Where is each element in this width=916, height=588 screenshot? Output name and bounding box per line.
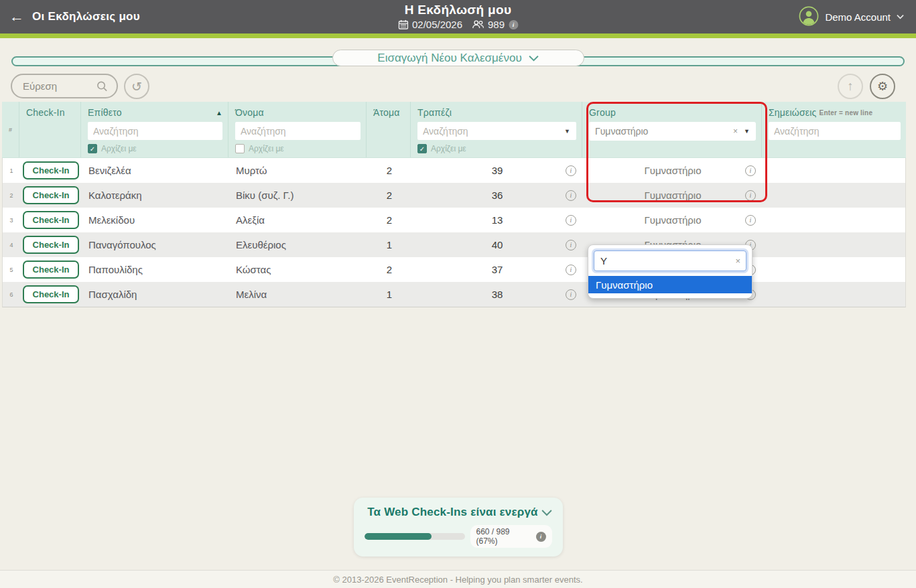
persons-cell: 1 [367, 282, 411, 307]
checkin-button[interactable]: Check-In [23, 161, 80, 179]
search-icon [96, 80, 108, 92]
col-notes[interactable]: ΣημειώσειςEnter = new line [762, 102, 906, 157]
table-row: 4 Check-In Παναγόπουλος Ελευθέριος 1 40i… [3, 232, 905, 257]
notes-cell [763, 257, 905, 282]
row-number: 4 [3, 232, 20, 257]
my-events-nav[interactable]: ← Οι Εκδηλώσεις μου [0, 9, 140, 24]
table-no-cell: 36 [492, 190, 503, 201]
table-info-icon[interactable]: i [566, 265, 576, 275]
toolbar: Εισαγωγή Νέου Καλεσμένου ↺ ↑ ⚙ [0, 38, 916, 102]
account-menu[interactable]: Demo Account [799, 6, 916, 28]
table-no-cell: 40 [492, 239, 503, 250]
settings-button[interactable]: ⚙ [870, 74, 895, 99]
event-title: Η Εκδήλωσή μου [398, 3, 518, 17]
last-name-cell: Παπουλίδης [82, 257, 229, 282]
table-info-icon[interactable]: i [566, 165, 576, 176]
people-icon [472, 19, 484, 29]
notes-cell [763, 208, 905, 232]
col-last-name[interactable]: Επίθετο▲ ✓ Αρχίζει με [81, 102, 228, 157]
checkin-button[interactable]: Check-In [23, 285, 80, 303]
table-starts-with-checkbox[interactable]: ✓ [417, 144, 427, 153]
lime-strip [0, 33, 916, 38]
group-filter-dropdown: × Γυμναστήριο [588, 244, 753, 299]
table-no-cell: 37 [492, 264, 503, 275]
table-no-cell: 38 [492, 289, 503, 300]
checkin-button[interactable]: Check-In [23, 236, 80, 254]
my-events-label: Οι Εκδηλώσεις μου [32, 10, 140, 23]
clear-icon[interactable]: × [735, 256, 740, 266]
group-cell: Γυμναστήριο [644, 165, 701, 176]
notes-cell [763, 183, 905, 208]
first-name-cell: Βίκυ (συζ. Γ.) [229, 183, 367, 208]
first-name-cell: Μυρτώ [229, 158, 367, 183]
last-name-cell: Παναγόπουλος [82, 232, 229, 257]
content-spacer: Τα Web Check-Ins είναι ενεργά 660 / 989 … [0, 307, 916, 570]
last-name-cell: Μελεκίδου [82, 208, 229, 232]
table-info-icon[interactable]: i [566, 215, 576, 226]
row-number: 2 [3, 183, 20, 208]
table-info-icon[interactable]: i [566, 190, 576, 201]
chevron-down-icon[interactable] [541, 509, 552, 516]
table-no-cell: 13 [492, 214, 503, 226]
progress-info-icon[interactable]: i [536, 532, 546, 542]
row-number: 5 [3, 257, 20, 282]
notes-filter-input[interactable] [769, 122, 901, 140]
chevron-down-icon [897, 14, 904, 19]
checkin-button[interactable]: Check-In [23, 211, 80, 229]
gear-icon: ⚙ [877, 79, 888, 94]
chevron-down-icon [529, 55, 539, 62]
global-search-input[interactable] [23, 80, 96, 92]
col-table[interactable]: Τραπέζι ▼ ✓ Αρχίζει με [411, 102, 582, 157]
clear-icon[interactable]: × [733, 127, 738, 136]
first-name-filter-input[interactable] [235, 122, 361, 140]
table-no-cell: 39 [492, 165, 503, 176]
insert-guest-button[interactable]: Εισαγωγή Νέου Καλεσμένου [332, 50, 584, 66]
last-name-filter-input[interactable] [88, 122, 222, 140]
table-row: 6 Check-In Πασχαλίδη Μελίνα 1 38i Γυμνασ… [3, 282, 905, 307]
refresh-button[interactable]: ↺ [124, 74, 149, 99]
group-cell: Γυμναστήριο [644, 190, 701, 201]
table-info-icon[interactable]: i [566, 240, 576, 250]
global-search[interactable] [11, 74, 118, 98]
table-header-row: # Check-In Επίθετο▲ ✓ Αρχίζει με Όνομα Α… [2, 102, 906, 158]
persons-cell: 2 [367, 183, 411, 208]
group-info-icon[interactable]: i [745, 190, 756, 201]
last-name-starts-with-checkbox[interactable]: ✓ [88, 144, 97, 153]
group-info-icon[interactable]: i [745, 215, 756, 226]
table-row: 2 Check-In Καλοτεράκη Βίκυ (συζ. Γ.) 2 3… [3, 183, 905, 208]
group-filter-search-input[interactable] [594, 250, 746, 271]
group-filter-select[interactable]: Γυμναστήριο × ▼ [589, 122, 756, 141]
event-date: 02/05/2026 [412, 19, 462, 30]
web-checkins-card: Τα Web Check-Ins είναι ενεργά 660 / 989 … [354, 498, 563, 557]
checkins-progress-pill: 660 / 989 (67%) i [470, 525, 552, 548]
checkins-progress-fill [365, 533, 432, 540]
row-number: 1 [3, 158, 20, 183]
col-first-name[interactable]: Όνομα Αρχίζει με [228, 102, 367, 157]
persons-cell: 1 [367, 232, 411, 257]
first-name-cell: Κώστας [229, 257, 367, 282]
avatar-icon [799, 6, 819, 28]
group-option-highlighted[interactable]: Γυμναστήριο [588, 276, 752, 293]
guest-count-info-icon[interactable]: i [509, 20, 518, 29]
scroll-top-button[interactable]: ↑ [838, 74, 863, 99]
group-info-icon[interactable]: i [745, 165, 756, 176]
col-index: # [2, 102, 19, 157]
up-arrow-icon: ↑ [847, 79, 854, 94]
web-checkins-title: Τα Web Check-Ins είναι ενεργά [365, 506, 541, 519]
back-arrow-icon[interactable]: ← [9, 9, 24, 24]
table-filter-input[interactable] [417, 122, 576, 140]
col-persons[interactable]: Άτομα [367, 102, 411, 157]
account-name: Demo Account [825, 11, 891, 23]
last-name-cell: Πασχαλίδη [82, 282, 229, 307]
checkin-button[interactable]: Check-In [23, 186, 80, 204]
checkin-button[interactable]: Check-In [23, 261, 80, 279]
col-group[interactable]: Group Γυμναστήριο × ▼ [582, 102, 762, 157]
table-info-icon[interactable]: i [566, 289, 576, 300]
refresh-icon: ↺ [131, 79, 142, 94]
row-number: 6 [3, 282, 20, 307]
row-number: 3 [3, 208, 20, 232]
calendar-icon [398, 19, 408, 29]
first-name-starts-with-checkbox[interactable] [235, 144, 245, 153]
event-header: Η Εκδήλωσή μου 02/05/2026 989 i [398, 3, 518, 30]
first-name-cell: Ελευθέριος [229, 232, 367, 257]
